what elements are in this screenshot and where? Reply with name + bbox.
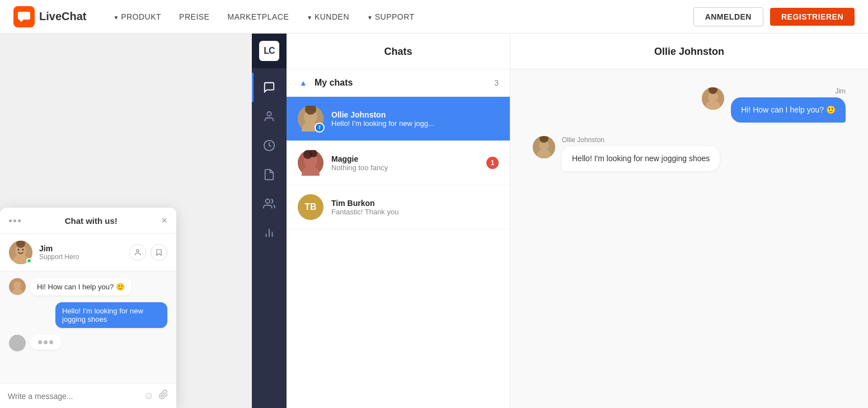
- widget-bookmark-button[interactable]: [151, 244, 167, 261]
- agent-avatar-wrap: [9, 241, 32, 264]
- svg-point-17: [266, 199, 270, 203]
- right-messages: Jim Hi! How can I help you? 🙂: [510, 69, 868, 189]
- ollie-name: Ollie Johnston: [331, 110, 499, 119]
- sidebar-icon-history[interactable]: [252, 131, 287, 160]
- widget-dots: [9, 219, 21, 222]
- right-msg-jim: Jim Hi! How can I help you? 🙂: [533, 87, 846, 123]
- emoji-icon[interactable]: ☺: [144, 390, 154, 402]
- ollie-avatar: f: [298, 106, 323, 132]
- jim-sender-label: Jim: [731, 87, 846, 95]
- chevron-up-icon[interactable]: ▲: [298, 77, 309, 88]
- widget-messages: Hi! How can I help you? 🙂 Hello! I'm loo…: [0, 271, 176, 383]
- chat-widget: Chat with us! ×: [0, 208, 176, 408]
- logo-text: LiveChat: [39, 10, 86, 23]
- ollie-msg-col: Ollie Johnston Hello! I'm looking for ne…: [562, 136, 720, 171]
- chat-item-tim[interactable]: TB Tim Burkon Fantastic! Thank you: [287, 185, 510, 229]
- tim-info: Tim Burkon Fantastic! Thank you: [331, 199, 499, 216]
- registrieren-button[interactable]: REGISTRIEREN: [770, 8, 855, 26]
- tim-preview: Fantastic! Thank you: [331, 208, 499, 216]
- maggie-avatar: [298, 150, 323, 176]
- attach-icon[interactable]: [158, 390, 168, 402]
- widget-user-bubble: Hello! I'm looking for new jogging shoes: [55, 302, 167, 328]
- ollie-info: Ollie Johnston Hello! I'm looking for ne…: [331, 110, 499, 128]
- sidebar-icon-reports[interactable]: [252, 218, 287, 247]
- widget-message-agent: Hi! How can I help you? 🙂: [9, 278, 167, 296]
- svg-point-10: [137, 250, 139, 252]
- app-sidebar: LC: [252, 34, 287, 408]
- jim-msg-col: Jim Hi! How can I help you? 🙂: [731, 87, 846, 123]
- maggie-info: Maggie Nothing too fancy: [331, 154, 478, 172]
- jim-bubble: Hi! How can I help you? 🙂: [731, 97, 846, 123]
- right-panel: Ollie Johnston Jim Hi! How can I help yo…: [510, 34, 868, 408]
- typing-dot-1: [38, 340, 42, 344]
- widget-title: Chat with us!: [65, 216, 118, 226]
- sidebar-logo: LC: [252, 34, 287, 68]
- close-icon[interactable]: ×: [161, 215, 167, 226]
- svg-point-7: [18, 249, 20, 251]
- ollie-bubble: Hello! I'm looking for new jogging shoes: [562, 146, 720, 171]
- maggie-name: Maggie: [331, 154, 478, 163]
- svg-point-8: [22, 249, 24, 251]
- widget-message-user: Hello! I'm looking for new jogging shoes: [9, 302, 167, 328]
- widget-message-input[interactable]: [8, 392, 139, 401]
- svg-point-15: [267, 112, 271, 116]
- widget-agent-bubble: Hi! How can I help you? 🙂: [30, 278, 132, 296]
- ollie-left-avatar: [533, 136, 555, 158]
- typing-indicator: [30, 335, 62, 350]
- my-chats-count: 3: [494, 78, 499, 87]
- dot-3: [18, 219, 21, 222]
- svg-rect-1: [18, 12, 30, 20]
- nav-preise[interactable]: PREISE: [179, 12, 209, 21]
- ollie-preview: Hello! I'm looking for new jogg...: [331, 119, 499, 128]
- sidebar-icon-contacts[interactable]: [252, 102, 287, 131]
- right-msg-ollie: Ollie Johnston Hello! I'm looking for ne…: [533, 136, 846, 171]
- top-nav: LiveChat PRODUKT PREISE MARKETPLACE KUND…: [0, 0, 868, 34]
- facebook-badge: f: [315, 123, 325, 133]
- nav-kunden[interactable]: KUNDEN: [307, 12, 349, 21]
- tim-name: Tim Burkon: [331, 199, 499, 208]
- nav-actions: ANMELDEN REGISTRIEREN: [693, 7, 855, 26]
- widget-typing-avatar: [9, 335, 26, 351]
- lc-logo-box: LC: [259, 41, 279, 61]
- agent-role: Support Hero: [39, 253, 123, 261]
- nav-marketplace[interactable]: MARKETPLACE: [227, 12, 289, 21]
- nav-produkt[interactable]: PRODUKT: [113, 12, 161, 21]
- widget-input-area: ☺: [0, 383, 176, 408]
- sidebar-icon-chats[interactable]: [252, 73, 287, 102]
- maggie-unread-badge: 1: [486, 157, 499, 169]
- widget-header: Chat with us! ×: [0, 208, 176, 234]
- nav-support[interactable]: SUPPORT: [367, 12, 415, 21]
- dot-2: [13, 219, 16, 222]
- agent-info: Jim Support Hero: [39, 244, 123, 261]
- livechat-logo-icon: [13, 6, 35, 27]
- chat-item-maggie[interactable]: Maggie Nothing too fancy 1: [287, 141, 510, 185]
- my-chats-label: My chats: [315, 78, 353, 88]
- my-chats-bar: ▲ My chats 3: [287, 69, 510, 97]
- agent-online-dot: [26, 258, 32, 264]
- typing-dot-2: [44, 340, 48, 344]
- svg-point-14: [9, 335, 26, 351]
- dot-1: [9, 219, 12, 222]
- widget-agent-msg-avatar: [9, 278, 26, 295]
- maggie-preview: Nothing too fancy: [331, 163, 478, 172]
- my-chats-left: ▲ My chats: [298, 77, 353, 88]
- tim-avatar-initials: TB: [298, 194, 323, 220]
- widget-agent-icons: [129, 244, 167, 261]
- typing-dot-3: [49, 340, 53, 344]
- svg-point-12: [13, 282, 21, 289]
- sidebar-icon-tickets[interactable]: [252, 160, 287, 189]
- main-content: Chat with us! ×: [0, 34, 868, 408]
- chats-header: Chats: [287, 34, 510, 69]
- chats-panel: Chats ▲ My chats 3 f Oll: [287, 34, 510, 408]
- jim-right-avatar: [702, 87, 724, 110]
- logo-area: LiveChat: [13, 6, 86, 27]
- widget-typing-row: [9, 335, 167, 351]
- ollie-sender-label: Ollie Johnston: [562, 136, 720, 144]
- nav-links: PRODUKT PREISE MARKETPLACE KUNDEN SUPPOR…: [113, 12, 693, 21]
- tim-avatar: TB: [298, 194, 323, 220]
- sidebar-icon-team[interactable]: [252, 189, 287, 218]
- chat-item-ollie[interactable]: f Ollie Johnston Hello! I'm looking for …: [287, 97, 510, 141]
- agent-name: Jim: [39, 244, 123, 253]
- anmelden-button[interactable]: ANMELDEN: [693, 7, 763, 26]
- widget-profile-button[interactable]: [129, 244, 146, 261]
